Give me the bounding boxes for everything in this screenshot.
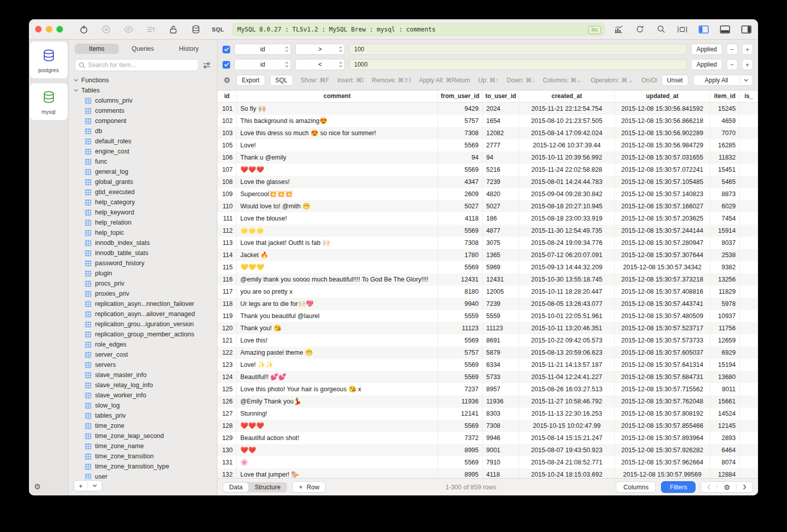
cell-id[interactable]: 121 — [217, 334, 237, 347]
cell-item-id[interactable]: 16285 — [710, 139, 740, 151]
cell-created-at[interactable]: 2015-10-11 13:20:46.351 — [519, 322, 615, 334]
cell-is[interactable] — [740, 200, 758, 212]
cell-updated-at[interactable]: 2015-12-08 15:30:56.902289 — [615, 127, 710, 139]
cell-updated-at[interactable]: 2015-12-08 15:30:57.684731 — [615, 371, 710, 383]
cell-is[interactable] — [740, 237, 758, 249]
cell-is[interactable] — [740, 249, 758, 261]
cell-updated-at[interactable]: 2015-12-08 15:30:57.480509 — [615, 310, 710, 322]
cell-is[interactable] — [740, 456, 758, 468]
cell-from-user-id[interactable]: 5569 — [438, 225, 483, 237]
table-item[interactable]: slave_worker_info — [74, 390, 217, 400]
cell-updated-at[interactable]: 2015-12-08 15:30:57.523717 — [615, 322, 710, 334]
cell-to-user-id[interactable]: 8957 — [483, 383, 519, 395]
cell-updated-at[interactable]: 2015-12-08 15:30:57.855466 — [615, 420, 710, 432]
cell-comment[interactable]: Ur legs are to die for🙌🏻💖 — [237, 298, 438, 310]
column-header-is[interactable]: is_ — [740, 90, 758, 102]
cell-to-user-id[interactable]: 7910 — [483, 456, 519, 468]
table-item[interactable]: global_grants — [74, 177, 217, 187]
table-item[interactable]: gtid_executed — [74, 187, 217, 197]
cell-from-user-id[interactable]: 11936 — [438, 395, 483, 408]
cell-item-id[interactable]: 11832 — [710, 151, 740, 164]
data-tab[interactable]: Data — [223, 483, 248, 492]
filter-operator-select[interactable]: < — [295, 59, 345, 70]
cell-item-id[interactable]: 8011 — [710, 383, 740, 395]
previous-page-button[interactable] — [701, 484, 717, 490]
tab-items[interactable]: Items — [75, 44, 119, 54]
cell-from-user-id[interactable]: 9940 — [438, 298, 483, 310]
column-header-item-id[interactable]: item_id — [710, 90, 740, 102]
cell-is[interactable] — [740, 322, 758, 334]
table-item[interactable]: plugin — [74, 268, 217, 278]
cell-is[interactable] — [740, 212, 758, 225]
toggle-right-panel-icon[interactable] — [741, 24, 752, 35]
table-item[interactable]: slow_log — [74, 400, 217, 411]
cell-is[interactable] — [740, 298, 758, 310]
table-row[interactable]: 116 @emily thank you soooo much beautifu… — [217, 273, 758, 286]
table-item[interactable]: func — [74, 157, 217, 167]
columns-button[interactable]: Columns — [616, 481, 656, 493]
table-item[interactable]: replication_asyn...ailover_managed — [74, 309, 217, 319]
cell-from-user-id[interactable]: 4347 — [438, 176, 483, 188]
cell-updated-at[interactable]: 2015-12-08 15:30:57.373218 — [615, 273, 710, 286]
add-filter-button[interactable]: + — [742, 59, 753, 70]
table-item[interactable]: general_log — [74, 167, 217, 177]
cell-is[interactable] — [740, 432, 758, 444]
table-item[interactable]: help_category — [74, 197, 217, 207]
table-item[interactable]: help_relation — [74, 217, 217, 228]
cell-id[interactable]: 114 — [217, 249, 237, 261]
filter-enabled-checkbox[interactable] — [223, 46, 230, 53]
cell-id[interactable]: 123 — [217, 359, 237, 371]
cell-comment[interactable]: ❤️❤️❤️ — [237, 420, 438, 432]
cell-created-at[interactable]: 2015-10-11 18:28:20.447 — [519, 286, 615, 298]
table-row[interactable]: 126 @Emily Thank you💃 11936 11936 2015-1… — [217, 395, 758, 408]
add-row-button[interactable]: + Row — [292, 481, 326, 493]
cell-to-user-id[interactable]: 4820 — [483, 188, 519, 200]
cell-created-at[interactable]: 2015-08-05 13:26:43.077 — [519, 298, 615, 310]
table-row[interactable]: 119 Thank you beautiful @laurel 5559 555… — [217, 310, 758, 322]
table-row[interactable]: 107 ❤️❤️❤️ 5569 5216 2015-11-24 22:02:58… — [217, 164, 758, 176]
cell-to-user-id[interactable]: 4118 — [483, 468, 519, 478]
minimize-window-button[interactable] — [46, 26, 52, 33]
cell-comment[interactable]: Amazing pastel theme 😁 — [237, 347, 438, 359]
close-window-button[interactable] — [35, 26, 42, 33]
cell-is[interactable] — [740, 151, 758, 164]
cell-created-at[interactable]: 2015-11-27 10:58:46.792 — [519, 395, 615, 408]
cell-updated-at[interactable]: 2015-12-08 15:30:57.140823 — [615, 188, 710, 200]
cell-item-id[interactable]: 10937 — [710, 310, 740, 322]
table-row[interactable]: 125 Love this photo! Your hair is gorgeo… — [217, 383, 758, 395]
cell-is[interactable] — [740, 444, 758, 456]
cell-updated-at[interactable]: 2015-12-08 15:30:57.166027 — [615, 200, 710, 212]
cell-item-id[interactable]: 7454 — [710, 212, 740, 225]
cell-is[interactable] — [740, 164, 758, 176]
cell-from-user-id[interactable]: 12431 — [438, 273, 483, 286]
table-row[interactable]: 122 Amazing pastel theme 😁 5757 5879 201… — [217, 347, 758, 359]
table-item[interactable]: time_zone_transition_type — [74, 461, 217, 472]
table-item[interactable]: columns_priv — [74, 96, 217, 106]
cell-created-at[interactable]: 2015-10-30 13:55:18.745 — [519, 273, 615, 286]
cell-updated-at[interactable]: 2015-12-08 15:30:56.841592 — [615, 103, 710, 115]
cell-is[interactable] — [740, 273, 758, 286]
database-icon[interactable] — [190, 24, 201, 35]
sql-editor-icon[interactable]: SQL — [212, 24, 224, 35]
cell-from-user-id[interactable]: 9429 — [438, 103, 483, 115]
cell-is[interactable] — [740, 468, 758, 478]
cell-created-at[interactable]: 2015-08-18 20:27:10.945 — [519, 200, 615, 212]
cell-updated-at[interactable]: 2015-12-08 15:30:57.072241 — [615, 164, 710, 176]
cell-from-user-id[interactable]: 7308 — [438, 237, 483, 249]
cell-comment[interactable]: Love the blouse! — [237, 212, 438, 225]
cell-item-id[interactable]: 12884 — [710, 468, 740, 478]
fit-columns-icon[interactable] — [677, 24, 688, 35]
cell-id[interactable]: 120 — [217, 322, 237, 334]
cell-created-at[interactable]: 2015-10-24 18:15:03.692 — [519, 468, 615, 478]
cell-to-user-id[interactable]: 8691 — [483, 334, 519, 347]
preview-eye-icon[interactable] — [123, 24, 134, 35]
cell-comment[interactable]: 💛💛💛 — [237, 261, 438, 273]
cell-created-at[interactable]: 2015-08-13 20:59:06.623 — [519, 347, 615, 359]
cell-comment[interactable]: 🌟🌟🌟 — [237, 225, 438, 237]
table-item[interactable]: slave_master_info — [74, 370, 217, 380]
cell-item-id[interactable]: 2538 — [710, 249, 740, 261]
table-row[interactable]: 132 Love that jumper! 🐎 8995 4118 2015-1… — [217, 468, 758, 478]
cell-from-user-id[interactable]: 8995 — [438, 468, 483, 478]
cell-id[interactable]: 107 — [217, 164, 237, 176]
cell-created-at[interactable]: 2015-08-24 21:08:52.771 — [519, 456, 615, 468]
